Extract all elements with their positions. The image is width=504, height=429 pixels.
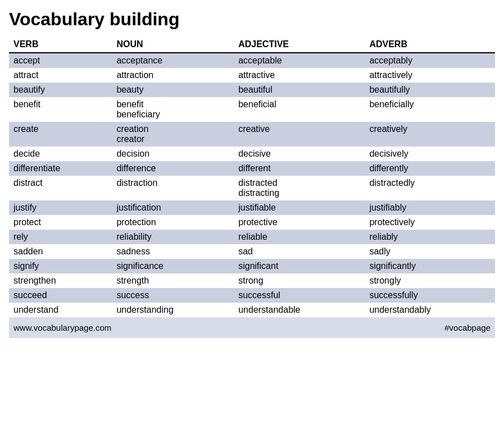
cell-adjective: significant	[234, 259, 365, 273]
cell-adverb: strongly	[365, 273, 495, 288]
cell-adjective: protective	[234, 215, 365, 230]
cell-noun: distraction	[112, 176, 234, 200]
table-row: differentiatedifferencedifferentdifferen…	[9, 161, 495, 176]
cell-adjective: sad	[234, 244, 365, 259]
cell-verb: rely	[9, 230, 112, 244]
table-row: signifysignificancesignificantsignifican…	[9, 259, 495, 273]
cell-noun: decision	[112, 147, 234, 161]
col-adjective: ADJECTIVE	[234, 36, 365, 53]
cell-adverb: differently	[365, 161, 495, 176]
table-body: acceptacceptanceacceptableacceptablyattr…	[9, 53, 495, 317]
table-row: distractdistractiondistracteddistracting…	[9, 176, 495, 200]
cell-noun: benefitbeneficiary	[112, 97, 234, 122]
page-title: Vocabulary building	[9, 9, 495, 30]
cell-noun: sadness	[112, 244, 234, 259]
vocabulary-table: VERB NOUN ADJECTIVE ADVERB acceptaccepta…	[9, 36, 495, 338]
cell-verb: differentiate	[9, 161, 112, 176]
cell-adjective: beautiful	[234, 83, 365, 97]
cell-adjective: attractive	[234, 68, 365, 83]
cell-adjective: understandable	[234, 303, 365, 317]
cell-adverb: creatively	[365, 122, 495, 147]
cell-adverb: understandably	[365, 303, 495, 317]
cell-noun: creationcreator	[112, 122, 234, 147]
cell-noun: attraction	[112, 68, 234, 83]
cell-adjective: creative	[234, 122, 365, 147]
cell-noun: difference	[112, 161, 234, 176]
cell-verb: signify	[9, 259, 112, 273]
cell-adverb: beneficially	[365, 97, 495, 122]
cell-adverb: beautifully	[365, 83, 495, 97]
cell-adverb: acceptably	[365, 53, 495, 68]
col-adverb: ADVERB	[365, 36, 495, 53]
cell-noun: acceptance	[112, 53, 234, 68]
cell-verb: create	[9, 122, 112, 147]
footer-website: www.vocabularypage.com	[9, 317, 234, 338]
table-row: beautifybeautybeautifulbeautifully	[9, 83, 495, 97]
table-row: understandunderstandingunderstandableund…	[9, 303, 495, 317]
table-row: saddensadnesssadsadly	[9, 244, 495, 259]
cell-adjective: distracteddistracting	[234, 176, 365, 200]
cell-noun: strength	[112, 273, 234, 288]
cell-verb: decide	[9, 147, 112, 161]
cell-verb: distract	[9, 176, 112, 200]
cell-verb: understand	[9, 303, 112, 317]
cell-noun: significance	[112, 259, 234, 273]
footer-row: www.vocabularypage.com #vocabpage	[9, 317, 495, 338]
cell-noun: reliability	[112, 230, 234, 244]
cell-verb: attract	[9, 68, 112, 83]
cell-adjective: strong	[234, 273, 365, 288]
cell-adjective: different	[234, 161, 365, 176]
cell-noun: understanding	[112, 303, 234, 317]
table-row: relyreliabilityreliablereliably	[9, 230, 495, 244]
table-row: strengthenstrengthstrongstrongly	[9, 273, 495, 288]
cell-adverb: justifiably	[365, 200, 495, 215]
cell-adverb: decisively	[365, 147, 495, 161]
table-row: createcreationcreatorcreativecreatively	[9, 122, 495, 147]
table-row: succeedsuccesssuccessfulsuccessfully	[9, 288, 495, 303]
table-row: benefitbenefitbeneficiarybeneficialbenef…	[9, 97, 495, 122]
cell-adjective: acceptable	[234, 53, 365, 68]
table-row: protectprotectionprotectiveprotectively	[9, 215, 495, 230]
cell-verb: justify	[9, 200, 112, 215]
table-row: attractattractionattractiveattractively	[9, 68, 495, 83]
cell-adjective: justifiable	[234, 200, 365, 215]
cell-noun: protection	[112, 215, 234, 230]
cell-adverb: reliably	[365, 230, 495, 244]
cell-adjective: reliable	[234, 230, 365, 244]
cell-verb: succeed	[9, 288, 112, 303]
cell-noun: success	[112, 288, 234, 303]
cell-adverb: significantly	[365, 259, 495, 273]
col-verb: VERB	[9, 36, 112, 53]
cell-verb: beautify	[9, 83, 112, 97]
cell-verb: protect	[9, 215, 112, 230]
cell-noun: beauty	[112, 83, 234, 97]
col-noun: NOUN	[112, 36, 234, 53]
cell-adverb: protectively	[365, 215, 495, 230]
cell-noun: justification	[112, 200, 234, 215]
cell-adverb: successfully	[365, 288, 495, 303]
cell-adjective: beneficial	[234, 97, 365, 122]
table-row: decidedecisiondecisivedecisively	[9, 147, 495, 161]
cell-verb: strengthen	[9, 273, 112, 288]
table-row: justifyjustificationjustifiablejustifiab…	[9, 200, 495, 215]
cell-adjective: decisive	[234, 147, 365, 161]
cell-verb: accept	[9, 53, 112, 68]
cell-adverb: distractedly	[365, 176, 495, 200]
table-row: acceptacceptanceacceptableacceptably	[9, 53, 495, 68]
footer-hashtag: #vocabpage	[234, 317, 495, 338]
cell-adverb: sadly	[365, 244, 495, 259]
table-header: VERB NOUN ADJECTIVE ADVERB	[9, 36, 495, 53]
cell-adverb: attractively	[365, 68, 495, 83]
cell-verb: benefit	[9, 97, 112, 122]
cell-adjective: successful	[234, 288, 365, 303]
cell-verb: sadden	[9, 244, 112, 259]
